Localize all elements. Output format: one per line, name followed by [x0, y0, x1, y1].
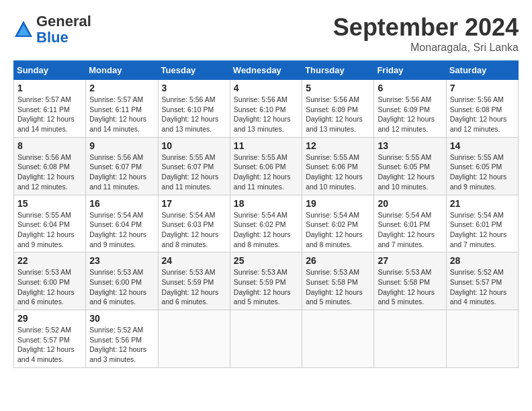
calendar-table: SundayMondayTuesdayWednesdayThursdayFrid…: [13, 60, 519, 368]
title-area: September 2024 Monaragala, Sri Lanka: [333, 13, 519, 54]
day-number: 26: [306, 255, 370, 266]
calendar-cell: 1Sunrise: 5:57 AMSunset: 6:11 PMDaylight…: [14, 80, 86, 138]
day-info: Sunrise: 5:53 AMSunset: 6:00 PMDaylight:…: [17, 267, 82, 307]
calendar-cell: 17Sunrise: 5:54 AMSunset: 6:03 PMDayligh…: [158, 195, 230, 253]
calendar-cell: 24Sunrise: 5:53 AMSunset: 5:59 PMDayligh…: [158, 253, 230, 310]
day-info: Sunrise: 5:55 AMSunset: 6:07 PMDaylight:…: [162, 152, 226, 192]
weekday-header-sunday: Sunday: [14, 61, 86, 80]
day-number: 27: [378, 255, 442, 266]
day-number: 18: [234, 198, 298, 209]
day-number: 6: [378, 83, 442, 93]
day-info: Sunrise: 5:52 AMSunset: 5:57 PMDaylight:…: [17, 325, 82, 365]
calendar-cell: 11Sunrise: 5:55 AMSunset: 6:06 PMDayligh…: [230, 137, 302, 195]
calendar-week-4: 22Sunrise: 5:53 AMSunset: 6:00 PMDayligh…: [14, 253, 519, 310]
calendar-cell: 30Sunrise: 5:52 AMSunset: 5:56 PMDayligh…: [86, 310, 158, 368]
day-number: 17: [162, 198, 226, 209]
day-number: 1: [17, 83, 82, 93]
day-info: Sunrise: 5:52 AMSunset: 5:57 PMDaylight:…: [450, 267, 515, 307]
day-info: Sunrise: 5:55 AMSunset: 6:06 PMDaylight:…: [306, 152, 370, 192]
calendar-cell: 12Sunrise: 5:55 AMSunset: 6:06 PMDayligh…: [302, 137, 374, 195]
day-info: Sunrise: 5:55 AMSunset: 6:05 PMDaylight:…: [450, 152, 515, 192]
calendar-cell: 26Sunrise: 5:53 AMSunset: 5:58 PMDayligh…: [302, 253, 374, 310]
calendar-cell: 18Sunrise: 5:54 AMSunset: 6:02 PMDayligh…: [230, 195, 302, 253]
calendar-cell: [374, 310, 446, 368]
day-info: Sunrise: 5:54 AMSunset: 6:03 PMDaylight:…: [162, 210, 226, 250]
calendar-cell: 10Sunrise: 5:55 AMSunset: 6:07 PMDayligh…: [158, 137, 230, 195]
calendar-week-2: 8Sunrise: 5:56 AMSunset: 6:08 PMDaylight…: [14, 137, 519, 195]
day-info: Sunrise: 5:56 AMSunset: 6:08 PMDaylight:…: [450, 95, 515, 134]
calendar-cell: 13Sunrise: 5:55 AMSunset: 6:05 PMDayligh…: [374, 137, 446, 195]
calendar-cell: 6Sunrise: 5:56 AMSunset: 6:09 PMDaylight…: [374, 80, 446, 138]
day-number: 23: [89, 255, 154, 266]
day-info: Sunrise: 5:55 AMSunset: 6:05 PMDaylight:…: [378, 152, 442, 192]
day-number: 11: [234, 140, 298, 151]
day-info: Sunrise: 5:57 AMSunset: 6:11 PMDaylight:…: [89, 95, 154, 134]
calendar-cell: 14Sunrise: 5:55 AMSunset: 6:05 PMDayligh…: [446, 137, 518, 195]
calendar-cell: 21Sunrise: 5:54 AMSunset: 6:01 PMDayligh…: [446, 195, 518, 253]
day-info: Sunrise: 5:56 AMSunset: 6:09 PMDaylight:…: [378, 95, 442, 134]
day-number: 29: [17, 313, 82, 324]
day-number: 21: [450, 198, 515, 209]
day-number: 22: [17, 255, 82, 266]
day-info: Sunrise: 5:54 AMSunset: 6:04 PMDaylight:…: [89, 210, 154, 250]
calendar-cell: 28Sunrise: 5:52 AMSunset: 5:57 PMDayligh…: [446, 253, 518, 310]
day-info: Sunrise: 5:56 AMSunset: 6:10 PMDaylight:…: [234, 95, 298, 134]
day-info: Sunrise: 5:54 AMSunset: 6:01 PMDaylight:…: [450, 210, 515, 250]
day-number: 7: [450, 83, 515, 93]
day-number: 5: [306, 83, 370, 93]
day-info: Sunrise: 5:53 AMSunset: 6:00 PMDaylight:…: [89, 267, 154, 307]
calendar-cell: 2Sunrise: 5:57 AMSunset: 6:11 PMDaylight…: [86, 80, 158, 138]
page-header: General Blue September 2024 Monaragala, …: [13, 13, 519, 54]
logo-line2: Blue: [36, 30, 91, 46]
day-info: Sunrise: 5:54 AMSunset: 6:02 PMDaylight:…: [306, 210, 370, 250]
day-number: 30: [89, 313, 154, 324]
calendar-cell: [158, 310, 230, 368]
logo-icon: [13, 19, 34, 40]
day-number: 4: [234, 83, 298, 93]
day-info: Sunrise: 5:56 AMSunset: 6:09 PMDaylight:…: [306, 95, 370, 134]
weekday-header-friday: Friday: [374, 61, 446, 80]
calendar-cell: 22Sunrise: 5:53 AMSunset: 6:00 PMDayligh…: [14, 253, 86, 310]
location-title: Monaragala, Sri Lanka: [333, 42, 519, 54]
calendar-cell: 9Sunrise: 5:56 AMSunset: 6:07 PMDaylight…: [86, 137, 158, 195]
day-info: Sunrise: 5:56 AMSunset: 6:07 PMDaylight:…: [89, 152, 154, 192]
day-number: 12: [306, 140, 370, 151]
day-number: 3: [162, 83, 226, 93]
calendar-cell: 20Sunrise: 5:54 AMSunset: 6:01 PMDayligh…: [374, 195, 446, 253]
calendar-cell: [230, 310, 302, 368]
calendar-cell: 5Sunrise: 5:56 AMSunset: 6:09 PMDaylight…: [302, 80, 374, 138]
day-info: Sunrise: 5:53 AMSunset: 5:58 PMDaylight:…: [306, 267, 370, 307]
day-info: Sunrise: 5:52 AMSunset: 5:56 PMDaylight:…: [89, 325, 154, 365]
calendar-week-1: 1Sunrise: 5:57 AMSunset: 6:11 PMDaylight…: [14, 80, 519, 138]
calendar-week-5: 29Sunrise: 5:52 AMSunset: 5:57 PMDayligh…: [14, 310, 519, 368]
weekday-header-wednesday: Wednesday: [230, 61, 302, 80]
day-info: Sunrise: 5:53 AMSunset: 5:59 PMDaylight:…: [162, 267, 226, 307]
day-info: Sunrise: 5:55 AMSunset: 6:04 PMDaylight:…: [17, 210, 82, 250]
day-number: 13: [378, 140, 442, 151]
calendar-cell: 16Sunrise: 5:54 AMSunset: 6:04 PMDayligh…: [86, 195, 158, 253]
day-number: 28: [450, 255, 515, 266]
day-info: Sunrise: 5:54 AMSunset: 6:02 PMDaylight:…: [234, 210, 298, 250]
day-number: 19: [306, 198, 370, 209]
calendar-cell: 29Sunrise: 5:52 AMSunset: 5:57 PMDayligh…: [14, 310, 86, 368]
day-number: 25: [234, 255, 298, 266]
day-number: 14: [450, 140, 515, 151]
logo: General Blue: [13, 13, 91, 46]
day-number: 20: [378, 198, 442, 209]
day-info: Sunrise: 5:56 AMSunset: 6:08 PMDaylight:…: [17, 152, 82, 192]
calendar-cell: 4Sunrise: 5:56 AMSunset: 6:10 PMDaylight…: [230, 80, 302, 138]
day-info: Sunrise: 5:56 AMSunset: 6:10 PMDaylight:…: [162, 95, 226, 134]
calendar-cell: 8Sunrise: 5:56 AMSunset: 6:08 PMDaylight…: [14, 137, 86, 195]
day-number: 16: [89, 198, 154, 209]
day-number: 2: [89, 83, 154, 93]
day-info: Sunrise: 5:55 AMSunset: 6:06 PMDaylight:…: [234, 152, 298, 192]
day-info: Sunrise: 5:53 AMSunset: 5:58 PMDaylight:…: [378, 267, 442, 307]
calendar-cell: 7Sunrise: 5:56 AMSunset: 6:08 PMDaylight…: [446, 80, 518, 138]
day-number: 24: [162, 255, 226, 266]
weekday-header-thursday: Thursday: [302, 61, 374, 80]
day-number: 9: [89, 140, 154, 151]
day-info: Sunrise: 5:54 AMSunset: 6:01 PMDaylight:…: [378, 210, 442, 250]
calendar-cell: 15Sunrise: 5:55 AMSunset: 6:04 PMDayligh…: [14, 195, 86, 253]
calendar-cell: [446, 310, 518, 368]
calendar-cell: [302, 310, 374, 368]
